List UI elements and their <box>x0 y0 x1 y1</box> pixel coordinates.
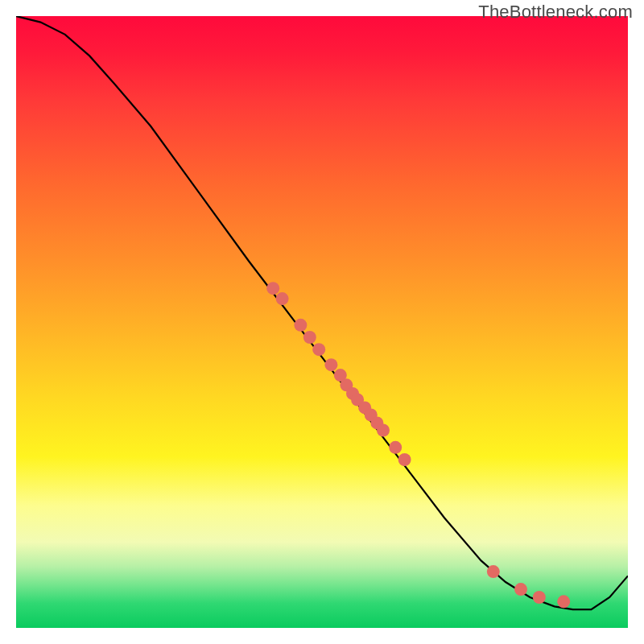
chart-container: TheBottleneck.com <box>0 0 644 644</box>
sample-point <box>303 331 316 344</box>
sample-point <box>557 595 570 608</box>
watermark-label: TheBottleneck.com <box>478 2 633 23</box>
sample-point <box>514 583 527 596</box>
sample-point <box>389 441 402 454</box>
bottleneck-curve <box>16 16 628 609</box>
scatter-group <box>266 282 570 608</box>
sample-point <box>276 292 289 305</box>
sample-point <box>324 358 337 371</box>
sample-point <box>266 282 279 295</box>
sample-point <box>377 424 390 437</box>
sample-point <box>487 565 500 578</box>
sample-point <box>312 343 325 356</box>
sample-point <box>533 591 546 604</box>
sample-point <box>398 453 411 466</box>
chart-overlay <box>16 16 628 628</box>
sample-point <box>294 319 307 332</box>
